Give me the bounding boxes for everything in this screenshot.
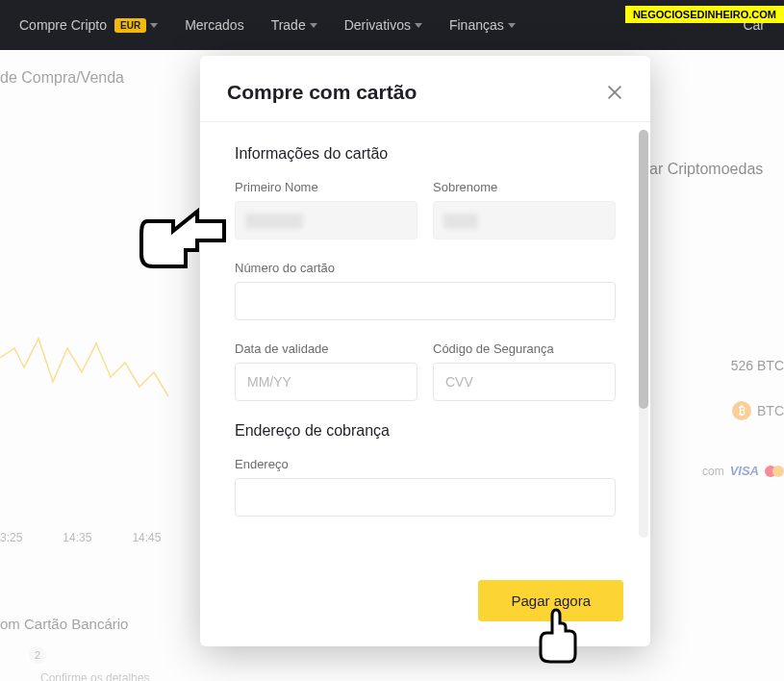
address-input[interactable] <box>235 478 616 517</box>
last-name-field: Sobrenome <box>433 180 616 240</box>
watermark-badge: NEGOCIOSEDINHEIRO.COM <box>625 6 784 23</box>
last-name-label: Sobrenome <box>433 180 616 194</box>
cvv-field: Código de Segurança <box>433 341 616 401</box>
pointer-hand-icon <box>139 207 226 274</box>
modal-footer: Pagar agora <box>200 565 650 646</box>
buy-with-card-modal: Compre com cartão Informações do cartão … <box>200 56 650 646</box>
modal-title: Compre com cartão <box>227 81 417 104</box>
card-number-input[interactable] <box>235 282 616 320</box>
expiry-field: Data de validade <box>235 341 417 401</box>
expiry-label: Data de validade <box>235 341 417 356</box>
card-number-field: Número do cartão <box>235 261 616 320</box>
card-number-label: Número do cartão <box>235 261 616 275</box>
modal-body: Informações do cartão Primeiro Nome Sobr… <box>200 122 650 565</box>
address-field: Endereço <box>235 457 616 517</box>
scrollbar-thumb[interactable] <box>639 130 648 409</box>
billing-heading: Endereço de cobrança <box>235 422 616 440</box>
expiry-input[interactable] <box>235 363 417 401</box>
first-name-field: Primeiro Nome <box>235 180 417 240</box>
card-info-heading: Informações do cartão <box>235 145 616 163</box>
last-name-input[interactable] <box>433 201 616 240</box>
pointer-hand-icon <box>537 608 579 666</box>
cvv-label: Código de Segurança <box>433 341 616 356</box>
cvv-input[interactable] <box>433 363 616 401</box>
address-label: Endereço <box>235 457 616 471</box>
first-name-label: Primeiro Nome <box>235 180 417 194</box>
close-icon[interactable] <box>606 84 623 101</box>
modal-header: Compre com cartão <box>200 56 650 122</box>
first-name-input[interactable] <box>235 201 417 240</box>
